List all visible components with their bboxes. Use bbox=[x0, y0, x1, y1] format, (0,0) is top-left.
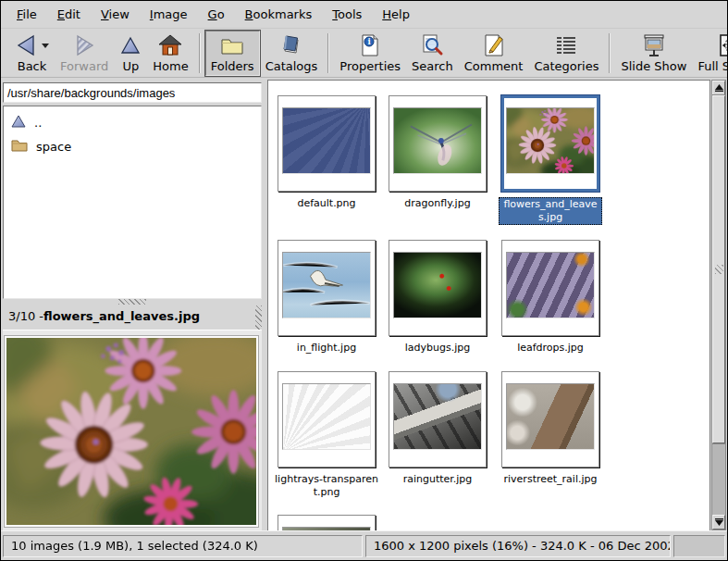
preview-pane bbox=[3, 330, 262, 530]
home-button[interactable]: Home bbox=[147, 31, 193, 76]
thumbnail-item[interactable]: raingutter.jpg bbox=[385, 371, 490, 486]
status-image-details: 1600 x 1200 pixels (16%) - 324.0 K - 06 … bbox=[365, 535, 671, 557]
toolbar-separator bbox=[199, 33, 201, 73]
thumbnail-item[interactable]: lightrays-transparent.png bbox=[274, 371, 379, 499]
forward-button[interactable]: Forward bbox=[55, 31, 114, 76]
folder-item-space[interactable]: space bbox=[4, 134, 261, 158]
scroll-down-button[interactable] bbox=[712, 515, 725, 530]
forward-arrow-icon bbox=[72, 32, 96, 58]
up-triangle-icon bbox=[11, 115, 26, 131]
vertical-splitter-grip[interactable] bbox=[255, 305, 262, 331]
toolbar-separator bbox=[609, 33, 611, 73]
search-icon bbox=[420, 32, 444, 58]
thumbnail-image bbox=[506, 383, 595, 450]
folder-list: .. space bbox=[3, 106, 262, 299]
catalogs-button[interactable]: Catalogs bbox=[260, 31, 324, 76]
menu-file[interactable]: File bbox=[6, 1, 47, 28]
folder-icon bbox=[11, 138, 28, 155]
up-button[interactable]: Up bbox=[114, 31, 147, 76]
thumbnail-image bbox=[393, 383, 482, 450]
comment-pencil-icon bbox=[483, 32, 505, 58]
info-document-icon: i bbox=[359, 32, 381, 58]
home-icon bbox=[158, 32, 182, 58]
thumbnail-image bbox=[393, 107, 482, 174]
status-bar: 10 images (1.9 MB), 1 selected (324.0 K)… bbox=[1, 530, 727, 560]
thumbnail-item-selected[interactable]: flowers_and_leaves.jpg bbox=[498, 95, 603, 225]
back-arrow-icon bbox=[15, 32, 39, 58]
thumbnail-item[interactable] bbox=[274, 515, 379, 530]
preview-image bbox=[5, 336, 258, 527]
menu-edit[interactable]: Edit bbox=[47, 1, 91, 28]
slideshow-screen-icon bbox=[641, 32, 667, 58]
categories-button[interactable]: Categories bbox=[528, 31, 604, 76]
comment-button[interactable]: Comment bbox=[459, 31, 529, 76]
thumbnail-image bbox=[282, 383, 371, 450]
back-button[interactable]: Back bbox=[9, 31, 55, 76]
toolbar: Back Forward Up Home bbox=[1, 28, 727, 78]
search-button[interactable]: Search bbox=[406, 31, 459, 76]
status-bar-filler bbox=[673, 535, 725, 557]
thumbnail-image bbox=[506, 107, 595, 174]
thumbnail-item[interactable]: leafdrops.jpg bbox=[498, 240, 603, 355]
up-arrow-icon bbox=[119, 32, 142, 58]
scrollbar-grip bbox=[715, 265, 723, 274]
browser-scrollbar bbox=[711, 80, 726, 530]
thumbnail-item[interactable]: riverstreet_rail.jpg bbox=[498, 371, 603, 486]
fullscreen-icon bbox=[719, 32, 728, 58]
thumbnail-image bbox=[393, 252, 482, 318]
list-icon bbox=[554, 32, 578, 58]
menu-view[interactable]: View bbox=[91, 1, 140, 28]
folder-item-parent[interactable]: .. bbox=[4, 110, 261, 134]
app-window: File Edit View Image Go Bookmarks Tools … bbox=[0, 0, 728, 561]
sidebar: .. space 3/10 - flowers_and_leaves.jpg bbox=[3, 79, 263, 530]
scrollbar-thumb[interactable] bbox=[712, 95, 725, 443]
book-icon bbox=[279, 32, 303, 58]
path-input[interactable] bbox=[3, 82, 262, 103]
thumbnail-image bbox=[282, 107, 371, 174]
status-images-summary: 10 images (1.9 MB), 1 selected (324.0 K) bbox=[3, 535, 363, 557]
selection-status: 3/10 - flowers_and_leaves.jpg bbox=[3, 302, 262, 330]
properties-button[interactable]: i Properties bbox=[334, 31, 406, 76]
selected-filename: flowers_and_leaves.jpg bbox=[43, 309, 200, 323]
menu-help[interactable]: Help bbox=[372, 1, 420, 28]
thumbnail-item[interactable]: dragonfly.jpg bbox=[385, 95, 490, 210]
thumbnail-item[interactable]: in_flight.jpg bbox=[274, 240, 379, 355]
menu-tools[interactable]: Tools bbox=[322, 1, 372, 28]
menu-bar: File Edit View Image Go Bookmarks Tools … bbox=[1, 1, 727, 28]
menu-bookmarks[interactable]: Bookmarks bbox=[235, 1, 323, 28]
menu-image[interactable]: Image bbox=[140, 1, 198, 28]
menu-go[interactable]: Go bbox=[198, 1, 235, 28]
toolbar-separator bbox=[327, 33, 329, 73]
thumbnail-browser: default.png dragonfly.jpg bbox=[267, 80, 710, 530]
thumbnail-item[interactable]: ladybugs.jpg bbox=[385, 240, 490, 355]
thumbnail-item[interactable]: default.png bbox=[274, 95, 379, 210]
scroll-up-button[interactable] bbox=[712, 81, 725, 95]
full-screen-button[interactable]: Full Screen bbox=[692, 31, 728, 76]
thumbnail-image bbox=[506, 252, 595, 318]
thumbnail-image bbox=[282, 252, 371, 318]
slide-show-button[interactable]: Slide Show bbox=[615, 31, 692, 76]
folders-button[interactable]: Folders bbox=[205, 31, 260, 76]
back-dropdown-arrow-icon[interactable] bbox=[42, 44, 49, 48]
content-area: .. space 3/10 - flowers_and_leaves.jpg bbox=[1, 79, 727, 530]
folder-icon bbox=[219, 32, 245, 58]
